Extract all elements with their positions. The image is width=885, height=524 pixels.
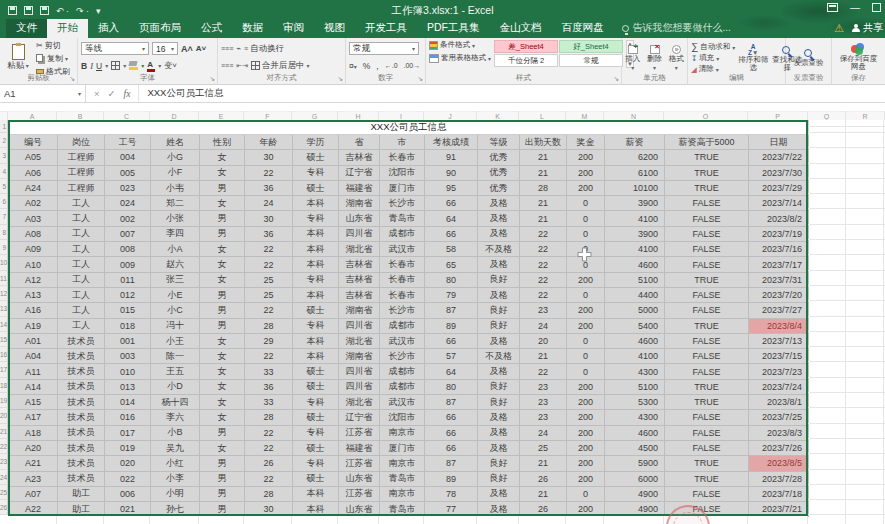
enter-icon[interactable]: ✓ <box>108 88 116 99</box>
tab-开始[interactable]: 开始 <box>47 19 88 38</box>
cell[interactable]: 024 <box>105 196 151 211</box>
cell[interactable]: 5000 <box>605 303 665 318</box>
cell[interactable]: 200 <box>567 456 605 471</box>
cell[interactable]: 4400 <box>605 287 665 302</box>
cell[interactable]: 武汉市 <box>380 242 425 257</box>
cell[interactable]: 女 <box>200 349 245 364</box>
cell[interactable]: A18 <box>9 425 58 440</box>
col-header-P[interactable]: P <box>748 111 808 120</box>
save-to-netdisk-button[interactable]: 保存到百度网盘 <box>835 40 882 74</box>
cell[interactable]: 及格 <box>478 410 520 425</box>
cell[interactable]: 200 <box>567 440 605 455</box>
cell[interactable]: 助工 <box>58 486 105 501</box>
borders-icon[interactable] <box>111 61 120 70</box>
comma-style-icon[interactable]: , <box>376 61 378 71</box>
cell[interactable]: 36 <box>245 379 293 394</box>
insert-function-icon[interactable]: fx <box>124 89 131 99</box>
cell[interactable]: 89 <box>425 471 478 486</box>
row-header-7[interactable]: 7 <box>0 209 8 224</box>
fill-button[interactable]: ↧填充▾ <box>691 53 735 63</box>
row-header-19[interactable]: 19 <box>0 393 8 408</box>
cell[interactable]: 辽宁省 <box>339 410 380 425</box>
cell[interactable]: 小B <box>151 425 200 440</box>
cell[interactable]: 南京市 <box>380 456 425 471</box>
cell[interactable]: FALSE <box>665 349 749 364</box>
cell[interactable]: 30 <box>245 211 293 226</box>
cell[interactable]: 4100 <box>605 211 665 226</box>
cell[interactable]: 及格 <box>478 211 520 226</box>
cell[interactable]: FALSE <box>665 287 749 302</box>
cell[interactable]: 男 <box>200 471 245 486</box>
cell[interactable]: 技术员 <box>58 425 105 440</box>
cell[interactable]: A17 <box>9 410 58 425</box>
cell[interactable]: 小张 <box>151 211 200 226</box>
cell[interactable]: 江苏省 <box>339 486 380 501</box>
cell[interactable]: 022 <box>105 471 151 486</box>
cell[interactable]: FALSE <box>665 303 749 318</box>
cell[interactable]: 36 <box>245 226 293 241</box>
cell[interactable]: 018 <box>105 318 151 333</box>
cell[interactable]: FALSE <box>665 440 749 455</box>
cell[interactable]: 小明 <box>151 486 200 501</box>
cell[interactable]: 66 <box>425 226 478 241</box>
header-cell[interactable]: 岗位 <box>58 135 105 150</box>
cell[interactable]: 29 <box>245 333 293 348</box>
grow-font-icon[interactable]: A˄ <box>181 44 193 54</box>
cell[interactable]: 020 <box>105 456 151 471</box>
tab-开发工具[interactable]: 开发工具 <box>355 19 417 38</box>
cell[interactable]: 28 <box>245 410 293 425</box>
cell[interactable]: A07 <box>9 486 58 501</box>
cell[interactable]: 002 <box>105 211 151 226</box>
cell-style-bad[interactable]: 差_Sheet4 <box>494 40 558 53</box>
cell[interactable]: 6000 <box>605 471 665 486</box>
cell[interactable]: 技术员 <box>58 471 105 486</box>
cell[interactable]: 0 <box>567 486 605 501</box>
cell[interactable]: 优秀 <box>478 165 520 180</box>
cell[interactable]: 技术员 <box>58 456 105 471</box>
col-header-C[interactable]: C <box>104 111 150 120</box>
cell[interactable]: 湖北省 <box>339 395 380 410</box>
cell[interactable]: 21 <box>520 349 567 364</box>
cell[interactable]: 郑二 <box>151 196 200 211</box>
cell[interactable]: 66 <box>425 440 478 455</box>
cell[interactable]: 男 <box>200 211 245 226</box>
cell[interactable]: 0 <box>567 226 605 241</box>
cell[interactable]: 87 <box>425 303 478 318</box>
invoice-check-button[interactable]: 发票查验 <box>789 40 828 74</box>
cell[interactable]: 男 <box>200 318 245 333</box>
cell[interactable]: 22 <box>520 242 567 257</box>
cell[interactable]: TRUE <box>665 318 749 333</box>
share-button[interactable]: 共享 <box>852 21 883 35</box>
tab-审阅[interactable]: 审阅 <box>273 19 314 38</box>
cell[interactable]: 吉林省 <box>339 150 380 165</box>
col-header-N[interactable]: N <box>604 111 664 120</box>
cell[interactable]: 硕士 <box>293 150 339 165</box>
cell[interactable]: 及格 <box>478 257 520 272</box>
row-header-4[interactable]: 4 <box>0 164 8 179</box>
cell[interactable]: 成都市 <box>380 318 425 333</box>
cell[interactable]: 200 <box>567 165 605 180</box>
cell[interactable]: FALSE <box>665 257 749 272</box>
cell[interactable]: 工程师 <box>58 180 105 195</box>
cell[interactable]: A06 <box>9 165 58 180</box>
cell[interactable]: 64 <box>425 364 478 379</box>
formula-input[interactable]: XXX公司员工信息 <box>139 85 223 102</box>
cell[interactable]: 66 <box>425 196 478 211</box>
cell[interactable]: 良好 <box>478 379 520 394</box>
cell[interactable]: 2023/7/27 <box>749 303 809 318</box>
cell[interactable]: 23 <box>520 395 567 410</box>
row-header-1[interactable]: 1 <box>0 120 8 133</box>
cell[interactable]: 硕士 <box>293 303 339 318</box>
header-cell[interactable]: 出勤天数 <box>520 135 567 150</box>
cell[interactable]: A13 <box>9 287 58 302</box>
cell[interactable]: 5400 <box>605 318 665 333</box>
cell[interactable]: 28 <box>245 486 293 501</box>
orientation-icon[interactable]: ⌁ <box>236 44 241 53</box>
cell[interactable]: A09 <box>9 242 58 257</box>
cell[interactable]: 28 <box>245 318 293 333</box>
cell[interactable]: 沈阳市 <box>380 165 425 180</box>
fill-color-icon[interactable] <box>129 61 138 70</box>
align-top-icon[interactable]: ≡≡≡ <box>221 46 233 51</box>
cell[interactable]: FALSE <box>665 333 749 348</box>
paste-button[interactable]: 粘贴 ▾ <box>3 41 33 75</box>
